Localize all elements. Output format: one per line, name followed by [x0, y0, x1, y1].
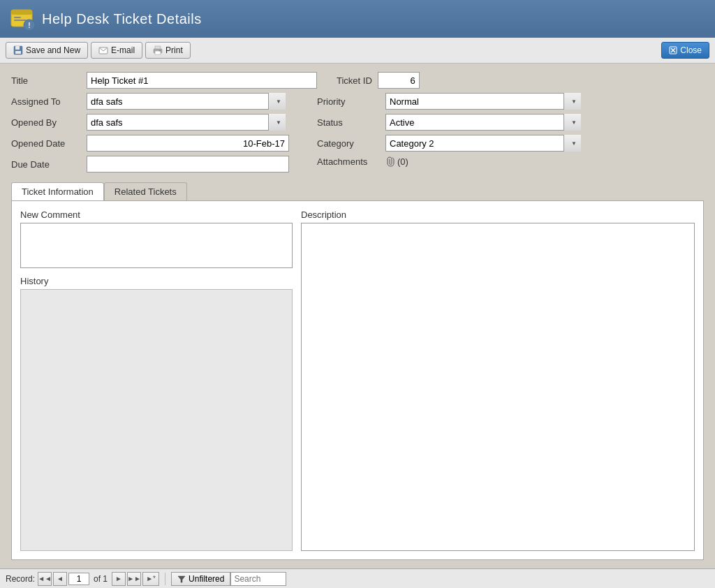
app-title: Help Desk Ticket Details — [42, 11, 202, 27]
toolbar: Save and New E-mail Print Close — [0, 38, 715, 64]
history-section: History — [20, 276, 293, 551]
paperclip-icon — [385, 156, 395, 167]
category-select[interactable]: Category 2 Category 1 Category 3 — [385, 135, 581, 152]
status-select-wrapper[interactable]: Active Closed Pending Resolved — [385, 114, 581, 131]
priority-select-wrapper[interactable]: Normal Low High Critical — [385, 93, 581, 110]
priority-select[interactable]: Normal Low High Critical — [385, 93, 581, 110]
new-comment-label: New Comment — [20, 210, 293, 220]
priority-row: Priority Normal Low High Critical — [317, 93, 581, 110]
status-select[interactable]: Active Closed Pending Resolved — [385, 114, 581, 131]
due-date-input[interactable] — [87, 156, 289, 172]
close-button[interactable]: Close — [661, 42, 709, 59]
title-row: Title Ticket ID — [11, 72, 704, 89]
nav-new-button[interactable]: ►* — [142, 572, 159, 586]
main-content: Title Ticket ID Assigned To dfa safs Adm… — [0, 64, 715, 568]
right-panel: Description — [301, 210, 695, 551]
print-button[interactable]: Print — [145, 42, 191, 59]
filter-icon — [177, 575, 186, 583]
left-panel: New Comment History — [20, 210, 293, 551]
new-comment-section: New Comment — [20, 210, 293, 270]
record-current-input[interactable] — [68, 573, 89, 585]
opened-by-label: Opened By — [11, 117, 81, 128]
opened-date-row: Opened Date — [11, 135, 289, 152]
record-total: of 1 — [94, 574, 108, 584]
category-label: Category — [317, 138, 380, 149]
title-input[interactable] — [87, 72, 317, 89]
due-date-label: Due Date — [11, 159, 81, 170]
attachments-label: Attachments — [317, 156, 380, 167]
nav-next-button[interactable]: ► — [112, 572, 126, 586]
opened-date-input[interactable] — [87, 135, 289, 152]
opened-date-label: Opened Date — [11, 138, 81, 149]
nav-last-button[interactable]: ►► — [127, 572, 141, 586]
save-icon — [13, 45, 23, 55]
history-label: History — [20, 276, 293, 286]
ticket-id-input[interactable] — [378, 72, 420, 89]
svg-rect-1 — [11, 10, 32, 15]
svg-rect-3 — [14, 20, 27, 21]
app-header: ! Help Desk Ticket Details — [0, 0, 715, 38]
tab-ticket-information[interactable]: Ticket Information — [11, 182, 104, 200]
opened-by-select[interactable]: dfa safs Admin — [87, 114, 286, 131]
app-icon: ! — [8, 6, 35, 32]
svg-text:!: ! — [28, 22, 30, 29]
assigned-to-label: Assigned To — [11, 96, 81, 107]
status-label: Status — [317, 117, 380, 128]
opened-by-row: Opened By dfa safs Admin — [11, 114, 289, 131]
tabs-container: Ticket Information Related Tickets New C… — [11, 181, 704, 560]
assigned-to-row: Assigned To dfa safs Admin User 1 — [11, 93, 289, 110]
priority-label: Priority — [317, 96, 380, 107]
svg-rect-2 — [14, 17, 21, 18]
ticket-id-label: Ticket ID — [337, 75, 372, 86]
tabs-header: Ticket Information Related Tickets — [11, 181, 704, 200]
new-comment-textarea[interactable] — [20, 223, 293, 268]
category-row: Category Category 2 Category 1 Category … — [317, 135, 581, 152]
navigation-controls: ◄◄ ◄ of 1 ► ►► ►* — [38, 572, 159, 586]
assigned-to-select[interactable]: dfa safs Admin User 1 — [87, 93, 286, 110]
assigned-to-select-wrapper[interactable]: dfa safs Admin User 1 — [87, 93, 286, 110]
svg-rect-7 — [15, 46, 20, 50]
nav-prev-button[interactable]: ◄ — [53, 572, 67, 586]
status-divider — [165, 573, 165, 585]
svg-marker-17 — [178, 576, 185, 582]
record-prefix: Record: — [6, 574, 35, 584]
print-icon — [153, 45, 163, 55]
attachments-value: (0) — [385, 156, 408, 167]
tab-content: New Comment History Description — [11, 200, 704, 560]
close-icon — [669, 46, 677, 54]
due-date-row: Due Date — [11, 156, 289, 172]
right-col: Priority Normal Low High Critical Status — [317, 93, 581, 172]
description-label: Description — [301, 210, 695, 220]
nav-first-button[interactable]: ◄◄ — [38, 572, 52, 586]
email-button[interactable]: E-mail — [91, 42, 142, 59]
category-select-wrapper[interactable]: Category 2 Category 1 Category 3 — [385, 135, 581, 152]
opened-by-select-wrapper[interactable]: dfa safs Admin — [87, 114, 286, 131]
tab-related-tickets[interactable]: Related Tickets — [104, 182, 187, 200]
attachments-row: Attachments (0) — [317, 156, 581, 167]
form-area: Title Ticket ID Assigned To dfa safs Adm… — [11, 72, 704, 172]
search-input[interactable] — [230, 572, 286, 586]
form-cols: Assigned To dfa safs Admin User 1 Opened… — [11, 93, 704, 172]
history-box — [20, 289, 293, 551]
email-icon — [98, 45, 108, 55]
description-textarea[interactable] — [301, 223, 695, 551]
status-row: Status Active Closed Pending Resolved — [317, 114, 581, 131]
status-bar: Record: ◄◄ ◄ of 1 ► ►► ►* Unfiltered — [0, 568, 715, 588]
svg-rect-12 — [155, 51, 161, 54]
title-label: Title — [11, 75, 81, 86]
svg-rect-8 — [15, 51, 21, 54]
left-col: Assigned To dfa safs Admin User 1 Opened… — [11, 93, 289, 172]
unfiltered-button[interactable]: Unfiltered — [171, 572, 230, 586]
svg-point-13 — [159, 50, 161, 52]
save-and-new-button[interactable]: Save and New — [6, 42, 88, 59]
